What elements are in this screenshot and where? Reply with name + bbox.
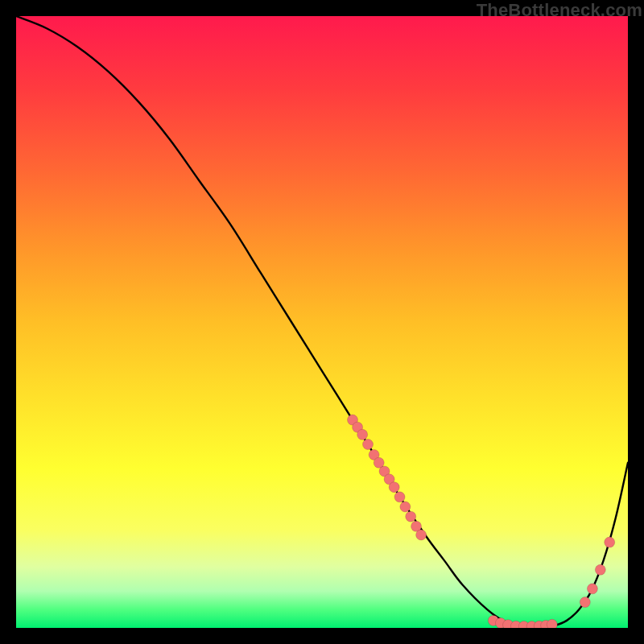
data-point [547, 619, 557, 628]
watermark-text: TheBottleneck.com [477, 0, 642, 21]
data-point [416, 530, 427, 540]
data-point [400, 502, 411, 512]
chart-plot-area [16, 16, 628, 628]
data-point [389, 482, 399, 493]
data-point [595, 564, 605, 575]
data-point [363, 440, 374, 450]
data-point [406, 511, 416, 522]
data-point [580, 597, 590, 608]
data-point [587, 584, 597, 594]
data-point [357, 429, 368, 440]
chart-overlay-svg [16, 16, 628, 628]
bottleneck-curve [16, 16, 628, 627]
data-point [394, 492, 405, 502]
highlight-dots [348, 415, 615, 628]
data-point [605, 537, 615, 547]
